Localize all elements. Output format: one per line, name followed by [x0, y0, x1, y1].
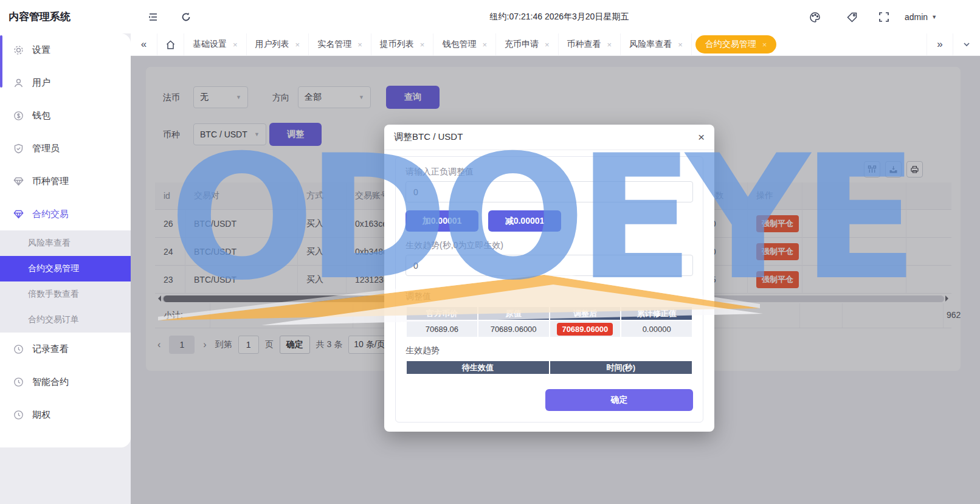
close-icon[interactable]: × [678, 40, 683, 49]
history-clock-icon [13, 344, 24, 354]
sidebar-item-wallet[interactable]: 钱包 [0, 99, 131, 132]
close-icon[interactable]: × [762, 40, 767, 49]
close-icon[interactable]: × [295, 40, 300, 49]
sidebar-item-admins[interactable]: 管理员 [0, 132, 131, 165]
close-icon[interactable]: × [607, 40, 612, 49]
tab-item[interactable]: 提币列表× [371, 33, 434, 55]
sidebar-item-users[interactable]: 用户 [0, 66, 131, 99]
tab-item[interactable]: 用户列表× [247, 33, 309, 55]
sidebar-subitem-multiple-lots[interactable]: 倍数手数查看 [0, 281, 131, 307]
history-clock-icon [13, 377, 24, 387]
cumulative-correction: 0.00000 [621, 321, 692, 337]
contract-trading-submenu: 风险率查看 合约交易管理 倍数手数查看 合约交易订单 [0, 230, 131, 333]
theme-palette-icon[interactable] [806, 9, 823, 26]
minus-step-button[interactable]: 减0.00001 [488, 210, 561, 232]
sidebar-item-settings[interactable]: 设置 [0, 33, 131, 66]
dialog-close-icon[interactable]: × [698, 131, 705, 144]
sidebar-item-coin-management[interactable]: 币种管理 [0, 165, 131, 198]
dialog-header: 调整BTC / USDT × [384, 125, 714, 150]
tab-item-active[interactable]: 合约交易管理× [695, 35, 777, 54]
dialog-body: 请输入正负调整值 加0.00001 减0.00001 生效趋势(秒,0为立即生效… [395, 156, 703, 423]
close-icon[interactable]: × [357, 40, 362, 49]
user-icon [13, 78, 24, 88]
plus-step-button[interactable]: 加0.00001 [405, 210, 478, 232]
effect-trend-table: 待生效值 时间(秒) [405, 360, 693, 375]
adjust-dialog: 调整BTC / USDT × 请输入正负调整值 加0.00001 减0.0000… [384, 125, 714, 432]
refresh-icon[interactable] [178, 9, 195, 26]
menu-fold-icon[interactable] [145, 9, 162, 26]
gem-icon [13, 209, 24, 219]
sidebar-item-records[interactable]: 记录查看 [0, 333, 131, 365]
shield-check-icon [13, 143, 24, 154]
sidebar-subitem-contract-trade-management[interactable]: 合约交易管理 [0, 256, 131, 281]
adjust-value-input[interactable] [405, 181, 693, 202]
gem-icon [13, 176, 24, 187]
effect-section-label: 生效趋势 [405, 345, 693, 356]
tabs-menu-chevron-icon[interactable] [953, 33, 980, 55]
sidebar-item-options[interactable]: 期权 [0, 398, 131, 431]
caret-down-icon: ▼ [931, 14, 937, 20]
adjust-preview-table: 官方币价 原值 调整后 累计修正值 70689.06 70689.06000 7… [405, 306, 693, 338]
trend-seconds-label: 生效趋势(秒,0为立即生效) [405, 240, 693, 251]
history-clock-icon [13, 410, 24, 420]
adjust-section-label: 调整值 [405, 291, 693, 302]
tag-icon[interactable] [843, 9, 860, 26]
tab-bar: « 基础设置× 用户列表× 实名管理× 提币列表× 钱包管理× 充币申请× 币种… [131, 33, 980, 56]
trend-seconds-input[interactable] [405, 255, 693, 276]
tab-item[interactable]: 风险率查看× [621, 33, 692, 55]
gear-icon [13, 45, 24, 55]
tabs-expand-icon[interactable]: » [927, 33, 953, 55]
app-window: 内容管理系统 纽约:07:21:46 2026年3月20日星期五 [0, 0, 980, 504]
username: admin [905, 12, 928, 22]
official-price: 70689.06 [407, 321, 477, 337]
tab-item[interactable]: 钱包管理× [433, 33, 496, 55]
tab-item[interactable]: 基础设置× [184, 33, 247, 55]
sidebar: 设置 用户 钱包 管理员 [0, 33, 131, 447]
close-icon[interactable]: × [420, 40, 425, 49]
user-menu[interactable]: admin ▼ [905, 0, 937, 33]
adjusted-value-badge: 70689.06000 [557, 323, 613, 336]
tab-item[interactable]: 实名管理× [309, 33, 371, 55]
close-icon[interactable]: × [233, 40, 238, 49]
tab-item[interactable]: 币种查看× [559, 33, 621, 55]
fullscreen-icon[interactable] [875, 9, 892, 26]
sidebar-item-contract-trading[interactable]: 合约交易 [0, 198, 131, 230]
sidebar-subitem-risk-rate[interactable]: 风险率查看 [0, 230, 131, 256]
dollar-circle-icon [13, 111, 24, 121]
tab-item[interactable]: 充币申请× [496, 33, 559, 55]
adjust-value-label: 请输入正负调整值 [405, 167, 693, 178]
close-icon[interactable]: × [482, 40, 487, 49]
clock-text: 纽约:07:21:46 2026年3月20日星期五 [435, 0, 684, 33]
sidebar-subitem-contract-orders[interactable]: 合约交易订单 [0, 307, 131, 333]
tabs-collapse-icon[interactable]: « [131, 33, 157, 55]
sidebar-item-smart-contract[interactable]: 智能合约 [0, 365, 131, 398]
home-tab-icon[interactable] [157, 33, 184, 55]
close-icon[interactable]: × [545, 40, 550, 49]
confirm-button[interactable]: 确定 [545, 389, 693, 411]
sidebar-scrollbar[interactable] [0, 35, 2, 88]
dialog-title: 调整BTC / USDT [394, 131, 463, 143]
app-title: 内容管理系统 [9, 0, 71, 33]
top-header: 内容管理系统 纽约:07:21:46 2026年3月20日星期五 [0, 0, 980, 33]
original-value: 70689.06000 [478, 321, 549, 337]
